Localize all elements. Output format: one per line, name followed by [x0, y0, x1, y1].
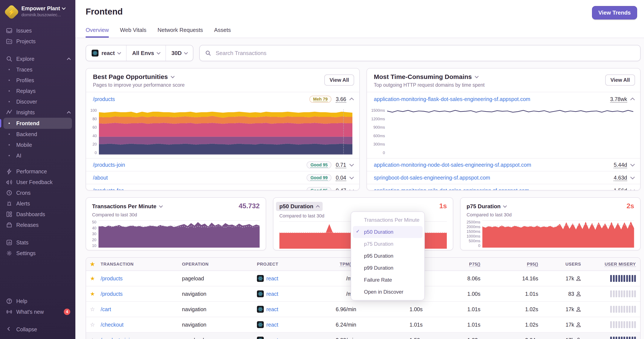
time-spent-value[interactable]: 1.56d: [614, 187, 627, 191]
time-spent-value[interactable]: 3.78wk: [610, 96, 627, 102]
domain-row[interactable]: application-monitoring-node-dot-sales-en…: [367, 158, 640, 171]
sidebar-collapse-button[interactable]: Collapse: [0, 324, 75, 335]
sidebar-group-insights[interactable]: Insights: [0, 107, 75, 118]
column-project[interactable]: PROJECT: [255, 262, 306, 267]
star-toggle[interactable]: ★: [86, 275, 99, 282]
sidebar-item-replays[interactable]: Replays: [0, 86, 75, 96]
transaction-link[interactable]: /products-join: [100, 337, 133, 339]
column-tpm[interactable]: TPM()↓: [306, 261, 358, 267]
project-link[interactable]: react: [266, 276, 278, 282]
sidebar-item-dashboards[interactable]: Dashboards: [0, 209, 75, 220]
table-row[interactable]: ☆ /checkout navigation react 6.24/min 1.…: [86, 317, 640, 332]
view-all-button[interactable]: View All: [605, 74, 635, 86]
tab-network-requests[interactable]: Network Requests: [158, 27, 203, 38]
sidebar-item-crons[interactable]: Crons: [0, 187, 75, 198]
star-toggle[interactable]: ☆: [86, 306, 99, 313]
column-operation[interactable]: OPERATION: [180, 262, 255, 267]
column-p95[interactable]: P95(): [482, 262, 540, 267]
opportunity-score[interactable]: 3.66: [336, 96, 346, 102]
domain-link[interactable]: application-monitoring-rails-dot-sales-e…: [374, 187, 609, 191]
table-row[interactable]: ☆ /cart navigation react 6.96/min 1.00s …: [86, 301, 640, 317]
menu-item[interactable]: p50 Duration: [353, 226, 422, 238]
project-filter[interactable]: react: [86, 45, 126, 61]
sidebar-item-performance[interactable]: Performance: [0, 166, 75, 177]
sidebar-group-explore[interactable]: Explore: [0, 53, 75, 64]
sidebar-item-help[interactable]: Help: [0, 296, 75, 307]
sidebar-item-alerts[interactable]: Alerts: [0, 198, 75, 209]
score-badge[interactable]: Meh 79: [309, 96, 332, 103]
score-badge[interactable]: Good 95: [306, 187, 332, 191]
sidebar-item-user-feedback[interactable]: User Feedback: [0, 177, 75, 187]
sidebar-item-backend[interactable]: Backend: [0, 129, 75, 140]
sidebar-item-releases[interactable]: Releases: [0, 220, 75, 230]
metric-selector[interactable]: p75 Duration: [466, 203, 506, 210]
domain-link[interactable]: application-monitoring-flask-dot-sales-e…: [374, 96, 606, 102]
transaction-link[interactable]: /products: [93, 96, 309, 102]
menu-item[interactable]: p99 Duration: [353, 262, 422, 274]
page-row-expanded[interactable]: /products Meh 79 3.66: [86, 92, 359, 106]
transaction-link[interactable]: /products-fes: [93, 187, 306, 191]
tab-web-vitals[interactable]: Web Vitals: [120, 27, 146, 38]
sidebar-item-discover[interactable]: Discover: [0, 96, 75, 107]
tab-assets[interactable]: Assets: [214, 27, 231, 38]
metric-selector[interactable]: Transactions Per Minute: [92, 203, 162, 210]
menu-item[interactable]: Open in Discover: [353, 286, 422, 298]
transaction-link[interactable]: /products-join: [93, 162, 306, 168]
page-row[interactable]: /products-fes Good 95 0.47: [86, 184, 359, 190]
domain-row[interactable]: application-monitoring-rails-dot-sales-e…: [367, 184, 640, 190]
date-range-filter[interactable]: 30D: [166, 45, 193, 61]
sidebar-item-profiles[interactable]: Profiles: [0, 75, 75, 86]
transaction-link[interactable]: /checkout: [100, 322, 124, 328]
menu-item[interactable]: Failure Rate: [353, 274, 422, 286]
panel-title-row[interactable]: Best Page Opportunities: [93, 73, 353, 80]
page-row[interactable]: /about Good 99 0.04: [86, 171, 359, 184]
transaction-link[interactable]: /products: [100, 291, 123, 297]
column-users[interactable]: USERS: [540, 262, 583, 267]
sidebar-item-whats-new[interactable]: What's new 4: [0, 307, 75, 317]
transaction-link[interactable]: /about: [93, 175, 306, 181]
environment-filter[interactable]: All Envs: [126, 45, 166, 61]
sidebar-item-projects[interactable]: Projects: [0, 36, 75, 47]
org-switcher[interactable]: ⚡ Empower Plant dominik.buszowiec...: [0, 0, 75, 22]
star-toggle[interactable]: ★: [86, 291, 99, 297]
menu-item[interactable]: p75 Duration: [353, 238, 422, 250]
view-trends-button[interactable]: View Trends: [592, 6, 637, 19]
star-column-header[interactable]: ★: [86, 261, 99, 268]
project-link[interactable]: react: [266, 322, 278, 328]
project-link[interactable]: react: [266, 337, 278, 339]
domain-link[interactable]: springboot-dot-sales-engineering-sf.apps…: [374, 175, 609, 181]
sidebar-item-stats[interactable]: Stats: [0, 237, 75, 248]
time-spent-value[interactable]: 4.63d: [614, 175, 627, 181]
opportunity-score[interactable]: 0.47: [336, 187, 346, 191]
table-row[interactable]: ☆ /products-join pageload react 3.88/min…: [86, 332, 640, 339]
sidebar-item-settings[interactable]: Settings: [0, 248, 75, 259]
sidebar-item-traces[interactable]: Traces: [0, 64, 75, 75]
menu-item[interactable]: p95 Duration: [353, 250, 422, 262]
column-transaction[interactable]: TRANSACTION: [99, 262, 180, 267]
page-row[interactable]: /products-join Good 95 0.71: [86, 158, 359, 171]
transaction-link[interactable]: /products: [100, 276, 123, 282]
sidebar-item-ai[interactable]: AI: [0, 150, 75, 161]
sidebar-item-frontend[interactable]: Frontend: [4, 118, 72, 129]
domain-link[interactable]: application-monitoring-node-dot-sales-en…: [374, 162, 609, 168]
column-p75[interactable]: P75(): [424, 262, 482, 267]
star-toggle[interactable]: ☆: [86, 322, 99, 328]
column-user-misery[interactable]: USER MISERY: [583, 262, 640, 267]
sidebar-item-mobile[interactable]: Mobile: [0, 140, 75, 150]
project-link[interactable]: react: [266, 306, 278, 313]
sidebar-item-issues[interactable]: Issues: [0, 25, 75, 36]
panel-title-row[interactable]: Most Time-Consuming Domains: [374, 73, 634, 80]
view-all-button[interactable]: View All: [324, 74, 354, 86]
score-badge[interactable]: Good 99: [306, 174, 332, 181]
time-spent-value[interactable]: 5.44d: [614, 162, 627, 168]
metric-selector-open[interactable]: p50 Duration: [276, 202, 323, 211]
opportunity-score[interactable]: 0.71: [336, 162, 346, 168]
score-badge[interactable]: Good 95: [306, 161, 332, 168]
transaction-link[interactable]: /cart: [100, 306, 111, 312]
tab-overview[interactable]: Overview: [86, 27, 109, 38]
project-link[interactable]: react: [266, 291, 278, 297]
domain-row-expanded[interactable]: application-monitoring-flask-dot-sales-e…: [367, 92, 640, 106]
menu-item[interactable]: Transactions Per Minute: [353, 214, 422, 226]
star-toggle[interactable]: ☆: [86, 337, 99, 339]
opportunity-score[interactable]: 0.04: [336, 175, 346, 181]
